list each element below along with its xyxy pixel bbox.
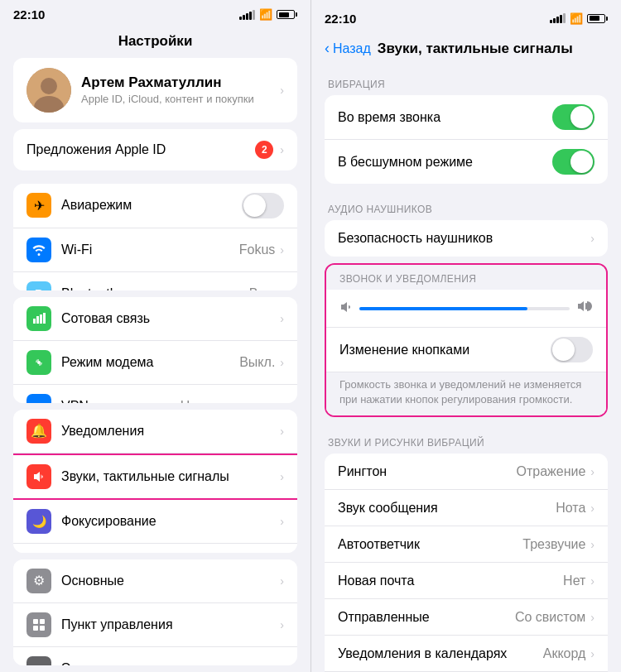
settings-item-general[interactable]: ⚙ Основные › bbox=[13, 559, 297, 603]
volume-note: Громкость звонка и уведомлений не изменя… bbox=[326, 372, 606, 415]
vibration-silent-thumb bbox=[570, 151, 593, 173]
voicemail-label: Автоответчик bbox=[338, 537, 522, 552]
calendar-alerts-label: Уведомления в календарях bbox=[338, 646, 543, 661]
svg-rect-4 bbox=[36, 316, 39, 324]
settings-item-control-center[interactable]: Пункт управления › bbox=[13, 603, 297, 647]
vibration-call-label: Во время звонка bbox=[338, 110, 552, 125]
settings-item-bluetooth[interactable]: B Bluetooth Вкл. › bbox=[13, 272, 297, 290]
airplane-label: Авиарежим bbox=[61, 198, 242, 213]
status-icons-right: 📶 bbox=[550, 12, 608, 25]
right-content: ВИБРАЦИЯ Во время звонка В бесшумном реж… bbox=[311, 65, 621, 672]
apple-id-suggestion[interactable]: Предложения Apple ID 2 › bbox=[13, 129, 297, 170]
notifications-chevron: › bbox=[280, 425, 284, 438]
new-mail-value: Нет bbox=[563, 574, 585, 588]
volume-min-icon bbox=[339, 300, 353, 316]
settings-item-screentime[interactable]: ⏱ Экранное время › bbox=[13, 544, 297, 553]
vibration-group: Во время звонка В бесшумном режиме bbox=[325, 95, 608, 184]
general-icon: ⚙ bbox=[26, 569, 51, 593]
settings-item-focus[interactable]: 🌙 Фокусирование › bbox=[13, 500, 297, 544]
back-label: Назад bbox=[333, 41, 371, 56]
change-buttons-label: Изменение кнопками bbox=[339, 343, 551, 358]
status-bar-left: 22:10 📶 bbox=[0, 0, 310, 30]
svg-point-7 bbox=[37, 361, 41, 364]
display-icon: AA bbox=[26, 656, 51, 665]
voicemail-value: Трезвучие bbox=[522, 537, 585, 552]
sent-mail-item[interactable]: Отправленные Со свистом › bbox=[325, 599, 608, 636]
ringtone-item[interactable]: Рингтон Отражение › bbox=[325, 454, 608, 490]
profile-name: Артем Рахматуллин bbox=[81, 74, 270, 91]
settings-item-display[interactable]: AA Экран и яркость › bbox=[13, 647, 297, 665]
profile-chevron: › bbox=[280, 84, 284, 97]
status-time-left: 22:10 bbox=[13, 7, 45, 22]
message-sound-value: Нота bbox=[556, 501, 585, 516]
profile-sub: Apple ID, iCloud, контент и покупки bbox=[81, 93, 270, 105]
ringtone-section-header: ЗВОНОК И УВЕДОМЛЕНИЯ bbox=[326, 265, 606, 290]
right-page-title: Звуки, тактильные сигналы bbox=[378, 41, 573, 57]
status-bar-right: 22:10 📶 bbox=[311, 0, 621, 36]
volume-max-icon bbox=[576, 300, 593, 317]
message-sound-item[interactable]: Звук сообщения Нота › bbox=[325, 490, 608, 526]
ringtone-label: Рингтон bbox=[338, 464, 516, 479]
wifi-icon bbox=[26, 238, 51, 262]
ringtone-chevron: › bbox=[590, 465, 595, 478]
voicemail-item[interactable]: Автоответчик Трезвучие › bbox=[325, 526, 608, 563]
settings-group-notifications: 🔔 Уведомления › Звуки, тактильные сигнал… bbox=[13, 410, 297, 553]
volume-slider-track[interactable] bbox=[359, 307, 570, 310]
settings-item-notifications[interactable]: 🔔 Уведомления › bbox=[13, 410, 297, 454]
page-title-left: Настройки bbox=[0, 30, 310, 58]
display-chevron: › bbox=[280, 662, 284, 665]
svg-point-1 bbox=[41, 78, 57, 94]
vibration-call-toggle[interactable] bbox=[552, 104, 595, 130]
signal-bars-left bbox=[239, 10, 255, 20]
settings-item-cellular[interactable]: Сотовая связь › bbox=[13, 297, 297, 341]
vibration-call-thumb bbox=[570, 106, 593, 128]
settings-item-hotspot[interactable]: Режим модема Выкл. › bbox=[13, 341, 297, 385]
headphone-safety-item[interactable]: Безопасность наушников › bbox=[325, 220, 608, 257]
settings-item-wifi[interactable]: Wi-Fi Fokus › bbox=[13, 228, 297, 272]
focus-icon: 🌙 bbox=[26, 509, 51, 534]
svg-rect-10 bbox=[33, 626, 38, 631]
hotspot-label: Режим модема bbox=[61, 355, 239, 370]
sounds-icon bbox=[26, 464, 51, 489]
status-time-right: 22:10 bbox=[325, 12, 356, 26]
vpn-icon: VPN bbox=[26, 394, 51, 403]
bluetooth-chevron: › bbox=[280, 287, 284, 290]
back-chevron-icon: ‹ bbox=[325, 40, 330, 57]
change-buttons-thumb bbox=[552, 338, 575, 361]
svg-rect-9 bbox=[40, 619, 45, 624]
change-buttons-toggle[interactable] bbox=[551, 337, 593, 362]
notifications-label: Уведомления bbox=[61, 424, 280, 439]
general-label: Основные bbox=[61, 574, 280, 588]
avatar-image bbox=[26, 68, 71, 113]
new-mail-item[interactable]: Новая почта Нет › bbox=[325, 563, 608, 599]
volume-row[interactable] bbox=[326, 290, 606, 328]
new-mail-chevron: › bbox=[590, 574, 595, 588]
vibration-silent-item[interactable]: В бесшумном режиме bbox=[325, 140, 608, 184]
vibration-call-item[interactable]: Во время звонка bbox=[325, 95, 608, 140]
right-nav: ‹ Назад Звуки, тактильные сигналы bbox=[325, 36, 608, 57]
settings-item-sounds[interactable]: Звуки, тактильные сигналы › bbox=[13, 454, 297, 500]
settings-item-vpn[interactable]: VPN VPN Не подключено › bbox=[13, 385, 297, 403]
profile-section[interactable]: Артем Рахматуллин Apple ID, iCloud, конт… bbox=[13, 58, 297, 122]
right-nav-header: ‹ Назад Звуки, тактильные сигналы bbox=[311, 36, 621, 65]
badge-chevron: 2 › bbox=[255, 141, 284, 159]
headphone-safety-chevron: › bbox=[590, 232, 595, 245]
ringtone-notifications-section: ЗВОНОК И УВЕДОМЛЕНИЯ Изменение кн bbox=[325, 263, 608, 417]
focus-label: Фокусирование bbox=[61, 514, 280, 529]
headphone-group: Безопасность наушников › bbox=[325, 220, 608, 257]
apple-id-chevron: › bbox=[280, 143, 284, 156]
rbar3 bbox=[556, 17, 559, 23]
airplane-icon: ✈ bbox=[26, 193, 51, 218]
message-sound-label: Звук сообщения bbox=[338, 501, 556, 516]
back-button[interactable]: ‹ Назад bbox=[325, 40, 371, 57]
cellular-chevron: › bbox=[280, 312, 284, 325]
settings-item-airplane[interactable]: ✈ Авиарежим bbox=[13, 184, 297, 228]
new-mail-label: Новая почта bbox=[338, 574, 563, 588]
vibration-silent-toggle[interactable] bbox=[552, 149, 595, 175]
calendar-alerts-item[interactable]: Уведомления в календарях Аккорд › bbox=[325, 636, 608, 672]
settings-group-network: ✈ Авиарежим Wi-Fi Fokus › B Bluetooth Вк… bbox=[13, 184, 297, 290]
airplane-toggle[interactable] bbox=[242, 193, 284, 218]
cellular-icon bbox=[26, 306, 51, 331]
display-label: Экран и яркость bbox=[61, 661, 280, 665]
change-buttons-item[interactable]: Изменение кнопками bbox=[326, 328, 606, 372]
